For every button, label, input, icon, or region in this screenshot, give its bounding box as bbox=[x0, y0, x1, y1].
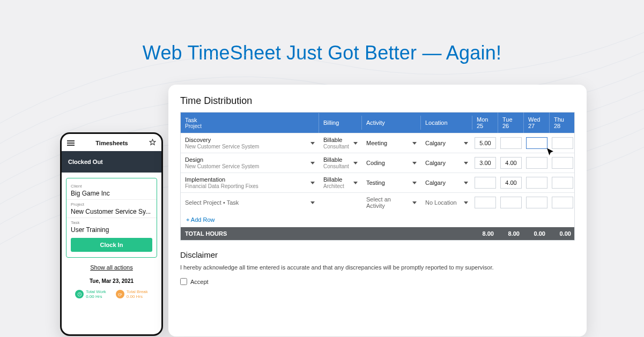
phone-screen-title: Timesheets bbox=[95, 140, 128, 146]
hamburger-icon[interactable] bbox=[67, 139, 75, 147]
phone-mock: Timesheets Clocked Out Client Big Game I… bbox=[60, 132, 163, 336]
hours-input[interactable] bbox=[552, 137, 573, 149]
show-all-actions-link[interactable]: Show all actions bbox=[62, 264, 161, 271]
card-title: Time Distribution bbox=[180, 95, 575, 107]
total-work-stat: Total Work0.00 Hrs bbox=[75, 289, 106, 299]
coffee-icon bbox=[116, 290, 124, 298]
hours-input[interactable]: 4.00 bbox=[500, 177, 522, 189]
time-distribution-table: TaskProject Billing Activity Location Mo… bbox=[180, 112, 575, 241]
chevron-down-icon bbox=[310, 201, 315, 204]
chevron-down-icon bbox=[353, 162, 358, 164]
activity-select[interactable]: Meeting bbox=[362, 137, 421, 149]
task-select[interactable]: ImplementationFinancial Data Reporting F… bbox=[181, 173, 319, 192]
phone-date: Tue, Mar 23, 2021 bbox=[62, 278, 161, 284]
location-select[interactable]: Calgary bbox=[421, 176, 472, 189]
billing-select[interactable]: BillableConsultant bbox=[319, 153, 362, 173]
time-entry-card: Client Big Game Inc Project New Customer… bbox=[66, 178, 157, 258]
location-select[interactable]: Calgary bbox=[421, 156, 472, 169]
total-break-value: 0.00 Hrs bbox=[127, 294, 148, 299]
project-value[interactable]: New Customer Service Sy... bbox=[71, 208, 152, 215]
col-billing: Billing bbox=[319, 116, 362, 130]
hours-input[interactable]: 3.00 bbox=[475, 157, 496, 169]
col-day-3: Wed 27 bbox=[524, 113, 550, 133]
clock-status: Clocked Out bbox=[62, 151, 161, 173]
task-value[interactable]: User Training bbox=[71, 226, 152, 234]
hours-input[interactable] bbox=[552, 157, 573, 169]
disclaimer-section: Disclaimer I hereby acknowledge all time… bbox=[180, 250, 575, 285]
hours-input[interactable] bbox=[526, 137, 547, 149]
task-select[interactable]: Select Project • Task bbox=[181, 196, 319, 209]
total-work-value: 0.00 Hrs bbox=[86, 294, 106, 299]
disclaimer-text: I hereby acknowledge all time entered is… bbox=[180, 264, 575, 272]
col-activity: Activity bbox=[362, 116, 421, 130]
clock-in-button[interactable]: Clock In bbox=[71, 238, 152, 252]
col-project: Project bbox=[185, 123, 314, 129]
table-row: ImplementationFinancial Data Reporting F… bbox=[181, 173, 574, 192]
page-headline: Web TimeSheet Just Got Better — Again! bbox=[0, 0, 644, 64]
chevron-down-icon bbox=[464, 142, 468, 145]
hours-input[interactable] bbox=[475, 197, 496, 208]
chevron-down-icon bbox=[464, 201, 468, 204]
cursor-icon bbox=[545, 147, 555, 157]
chevron-down-icon bbox=[464, 182, 468, 184]
chevron-down-icon bbox=[310, 142, 315, 145]
chevron-down-icon bbox=[353, 142, 358, 145]
total-d4: 0.00 bbox=[550, 227, 575, 240]
disclaimer-title: Disclaimer bbox=[180, 250, 575, 259]
activity-select[interactable]: Coding bbox=[362, 156, 421, 169]
accept-label: Accept bbox=[190, 279, 209, 285]
totals-row: TOTAL HOURS 8.00 8.00 0.00 0.00 bbox=[181, 227, 574, 240]
chevron-down-icon bbox=[412, 162, 417, 164]
location-select[interactable]: Calgary bbox=[421, 137, 472, 149]
col-day-4: Thu 28 bbox=[550, 113, 575, 133]
task-select[interactable]: DiscoveryNew Customer Service System bbox=[181, 133, 319, 153]
totals-label: TOTAL HOURS bbox=[181, 227, 472, 240]
client-label: Client bbox=[71, 184, 152, 189]
chevron-down-icon bbox=[464, 162, 468, 164]
hours-input[interactable] bbox=[552, 177, 573, 189]
chevron-down-icon bbox=[310, 182, 315, 184]
col-day-1: Mon 25 bbox=[472, 113, 498, 133]
hours-input[interactable] bbox=[500, 197, 522, 208]
total-d3: 0.00 bbox=[524, 227, 550, 240]
table-row: DesignNew Customer Service System Billab… bbox=[181, 153, 574, 173]
star-icon[interactable] bbox=[149, 138, 156, 148]
total-work-label: Total Work bbox=[86, 289, 106, 294]
timesheet-card: Time Distribution TaskProject Billing Ac… bbox=[168, 85, 587, 336]
total-break-stat: Total Break0.00 Hrs bbox=[116, 289, 148, 299]
table-header: TaskProject Billing Activity Location Mo… bbox=[181, 113, 574, 133]
project-label: Project bbox=[71, 202, 152, 207]
total-d2: 8.00 bbox=[498, 227, 524, 240]
chevron-down-icon bbox=[310, 162, 315, 164]
col-task: Task bbox=[185, 117, 197, 123]
col-day-2: Tue 26 bbox=[498, 113, 524, 133]
chevron-down-icon bbox=[412, 182, 417, 184]
accept-checkbox-row[interactable]: Accept bbox=[180, 278, 575, 285]
task-label: Task bbox=[71, 220, 152, 225]
table-row: DiscoveryNew Customer Service System Bil… bbox=[181, 133, 574, 153]
hours-input[interactable] bbox=[526, 177, 547, 189]
hours-input[interactable] bbox=[526, 197, 547, 208]
hours-input[interactable] bbox=[500, 137, 522, 149]
hours-input[interactable]: 4.00 bbox=[500, 157, 522, 169]
hours-input[interactable] bbox=[526, 157, 547, 169]
chevron-down-icon bbox=[412, 201, 417, 204]
task-select[interactable]: DesignNew Customer Service System bbox=[181, 153, 319, 173]
client-value[interactable]: Big Game Inc bbox=[71, 190, 152, 197]
location-select[interactable]: No Location bbox=[421, 196, 472, 209]
add-row-button[interactable]: + Add Row bbox=[181, 212, 574, 227]
hours-input[interactable] bbox=[552, 197, 573, 208]
billing-select[interactable]: BillableConsultant bbox=[319, 133, 362, 153]
hours-input[interactable] bbox=[475, 177, 496, 189]
chevron-down-icon bbox=[412, 142, 417, 145]
billing-select[interactable]: BillableArchitect bbox=[319, 173, 362, 192]
hours-input[interactable]: 5.00 bbox=[475, 137, 496, 149]
chevron-down-icon bbox=[353, 182, 358, 184]
clock-icon bbox=[75, 290, 84, 298]
col-location: Location bbox=[421, 116, 472, 130]
svg-marker-0 bbox=[150, 139, 156, 145]
activity-select[interactable]: Testing bbox=[362, 176, 421, 189]
activity-select[interactable]: Select an Activity bbox=[362, 193, 421, 212]
total-d1: 8.00 bbox=[472, 227, 498, 240]
accept-checkbox[interactable] bbox=[180, 278, 187, 285]
